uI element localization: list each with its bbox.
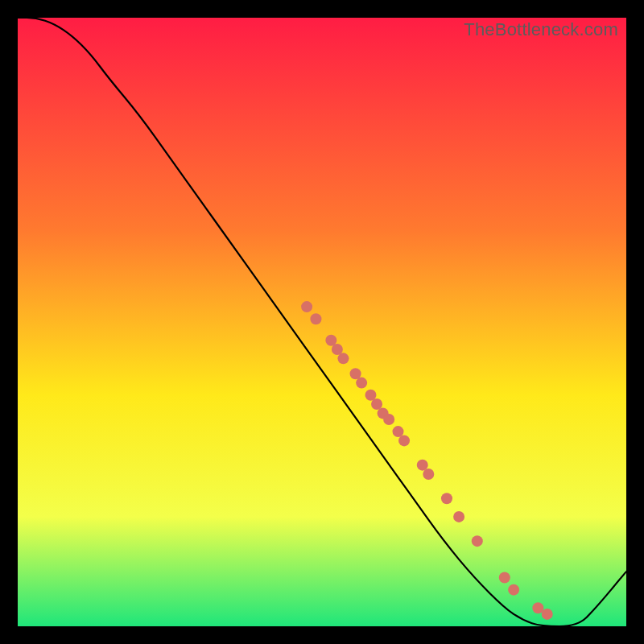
chart-marker	[499, 572, 510, 584]
chart-marker	[423, 469, 434, 480]
watermark-text: TheBottleneck.com	[464, 19, 618, 40]
chart-background	[18, 18, 626, 626]
chart-marker	[508, 584, 519, 596]
chart-marker	[383, 414, 394, 425]
chart-marker	[356, 378, 367, 389]
chart-marker	[398, 435, 410, 446]
chart-marker	[472, 535, 483, 547]
chart-frame: TheBottleneck.com	[0, 0, 644, 644]
chart-marker	[542, 609, 553, 620]
chart-marker	[310, 313, 321, 324]
chart-marker	[453, 511, 464, 522]
chart-marker	[441, 493, 452, 504]
chart-svg	[18, 18, 626, 626]
chart-marker	[337, 353, 349, 364]
chart-marker	[301, 301, 312, 312]
chart-plot-area: TheBottleneck.com	[18, 18, 626, 626]
